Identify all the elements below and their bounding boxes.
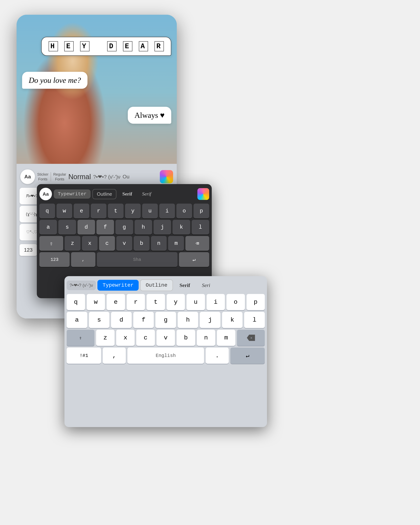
app-icon-sticker[interactable] (160, 170, 173, 183)
white-key-v[interactable]: v (156, 330, 175, 346)
dark-typewriter-tab[interactable]: Typewriter (54, 189, 91, 199)
dark-keyboard-topbar: Aa Typewriter Outline Serif Serif (39, 188, 209, 200)
dark-key-r[interactable]: r (91, 204, 106, 218)
emoji-style-label: ?•❤•? (ν'-')ν (93, 174, 120, 180)
white-key-d[interactable]: d (111, 312, 132, 328)
white-key-n[interactable]: n (197, 330, 215, 346)
white-key-c[interactable]: c (136, 330, 155, 346)
white-serif-tab[interactable]: Serif (174, 280, 195, 291)
sticker-separator (51, 172, 51, 181)
dark-serif-tab[interactable]: Serif (118, 189, 136, 199)
dark-key-l[interactable]: l (192, 220, 209, 234)
dark-key-w[interactable]: w (57, 204, 72, 218)
normal-label[interactable]: Normal (68, 173, 91, 181)
white-key-x[interactable]: x (116, 330, 134, 346)
dark-key-j[interactable]: j (153, 220, 171, 234)
white-key-t[interactable]: t (147, 294, 165, 310)
white-emoji-label[interactable]: ?•❤•? (ν'-')ν (67, 281, 96, 290)
white-key-u[interactable]: u (187, 294, 205, 310)
white-key-e[interactable]: e (107, 294, 125, 310)
dark-key-backspace[interactable]: ⌫ (185, 236, 209, 251)
white-key-o[interactable]: o (227, 294, 245, 310)
white-key-shift[interactable]: ⇧ (67, 330, 95, 346)
dark-key-c[interactable]: c (99, 236, 115, 251)
white-key-m[interactable]: m (217, 330, 235, 346)
white-key-h[interactable]: h (178, 312, 198, 328)
dark-key-p[interactable]: p (193, 204, 209, 218)
dark-key-numbers[interactable]: 123 (39, 252, 70, 267)
dark-key-s[interactable]: s (58, 220, 76, 234)
white-key-p[interactable]: p (247, 294, 265, 310)
dark-key-n[interactable]: n (151, 236, 167, 251)
dark-key-shift[interactable]: ⇧ (39, 236, 63, 251)
dark-key-z[interactable]: z (65, 236, 80, 251)
dark-serif-italic-tab[interactable]: Serif (138, 189, 155, 199)
sticker-123-button[interactable]: 123 (19, 244, 37, 256)
white-typewriter-tab[interactable]: Typewriter (97, 280, 139, 291)
dark-key-t[interactable]: t (108, 204, 124, 218)
dark-key-return[interactable]: ↵ (179, 252, 209, 267)
white-key-space[interactable]: English (127, 347, 204, 364)
dark-key-b[interactable]: b (134, 236, 150, 251)
dark-keyboard-row-3: ⇧ z x c v b n m ⌫ (39, 236, 209, 251)
dark-key-space[interactable]: Sha (97, 252, 178, 267)
sticker-fonts-label: StickerFonts (37, 172, 48, 181)
white-key-r[interactable]: r (127, 294, 145, 310)
white-key-a[interactable]: a (67, 312, 87, 328)
dark-keyboard-row-2: a s d f g h j k l (39, 220, 209, 234)
dark-key-o[interactable]: o (176, 204, 192, 218)
regular-fonts-label: RegularFonts (53, 172, 66, 181)
dark-key-d[interactable]: d (77, 220, 95, 234)
ou-label: Ou (123, 174, 129, 180)
dark-key-a[interactable]: a (39, 220, 57, 234)
white-key-f[interactable]: f (133, 312, 154, 328)
white-key-y[interactable]: y (167, 294, 185, 310)
dark-key-comma[interactable]: , (71, 252, 95, 267)
white-key-numbers[interactable]: !#1 (67, 347, 101, 364)
white-keyboard-row-4: !#1 , English . ↵ (67, 347, 265, 364)
white-key-z[interactable]: z (96, 330, 115, 346)
dark-keyboard-row-4: 123 , Sha ↵ (39, 252, 209, 267)
white-key-l[interactable]: l (244, 312, 265, 328)
dark-key-i[interactable]: i (159, 204, 175, 218)
white-keyboard-row-2: a s d f g h j k l (67, 312, 265, 328)
dark-key-f[interactable]: f (96, 220, 114, 234)
dark-key-h[interactable]: h (134, 220, 152, 234)
dark-key-y[interactable]: y (125, 204, 141, 218)
white-key-b[interactable]: b (177, 330, 195, 346)
chat-bubble-love: Do you love me? (22, 72, 87, 89)
sticker-aa-button[interactable]: Aa (20, 169, 35, 184)
white-key-q[interactable]: q (67, 294, 85, 310)
chat-bubble-hey-dear: H E Y D E A R (41, 37, 171, 56)
dark-key-x[interactable]: x (82, 236, 98, 251)
dark-key-v[interactable]: v (116, 236, 132, 251)
white-outline-tab[interactable]: Outline (140, 280, 173, 291)
dark-key-q[interactable]: q (39, 204, 55, 218)
dark-key-m[interactable]: m (168, 236, 184, 251)
white-key-s[interactable]: s (89, 312, 110, 328)
dark-key-g[interactable]: g (115, 220, 133, 234)
dark-key-k[interactable]: k (172, 220, 190, 234)
dark-keyboard-row-1: q w e r t y u i o p (39, 204, 209, 218)
white-keyboard-row-3: ⇧ z x c v b n m ✕ (67, 330, 265, 346)
white-key-k[interactable]: k (222, 312, 243, 328)
white-key-return[interactable]: ↵ (230, 347, 265, 364)
white-key-j[interactable]: j (200, 312, 220, 328)
white-serif-italic-tab[interactable]: Seri (197, 280, 215, 291)
white-key-period[interactable]: . (206, 347, 229, 364)
dark-app-icon[interactable] (197, 188, 209, 200)
white-keyboard-topbar: ?•❤•? (ν'-')ν Typewriter Outline Serif S… (67, 280, 265, 291)
white-key-i[interactable]: i (207, 294, 225, 310)
white-keyboard[interactable]: ?•❤•? (ν'-')ν Typewriter Outline Serif S… (65, 276, 267, 427)
dark-aa-button[interactable]: Aa (39, 188, 52, 200)
white-key-backspace[interactable]: ✕ (237, 330, 265, 346)
chat-bubble-always: Always ♥ (128, 107, 171, 124)
white-key-comma[interactable]: , (103, 347, 126, 364)
white-key-w[interactable]: w (87, 294, 105, 310)
dark-key-u[interactable]: u (142, 204, 158, 218)
white-key-g[interactable]: g (155, 312, 176, 328)
dark-key-e[interactable]: e (74, 204, 89, 218)
white-keyboard-row-1: q w e r t y u i o p (67, 294, 265, 310)
dark-outline-tab[interactable]: Outline (92, 189, 116, 199)
